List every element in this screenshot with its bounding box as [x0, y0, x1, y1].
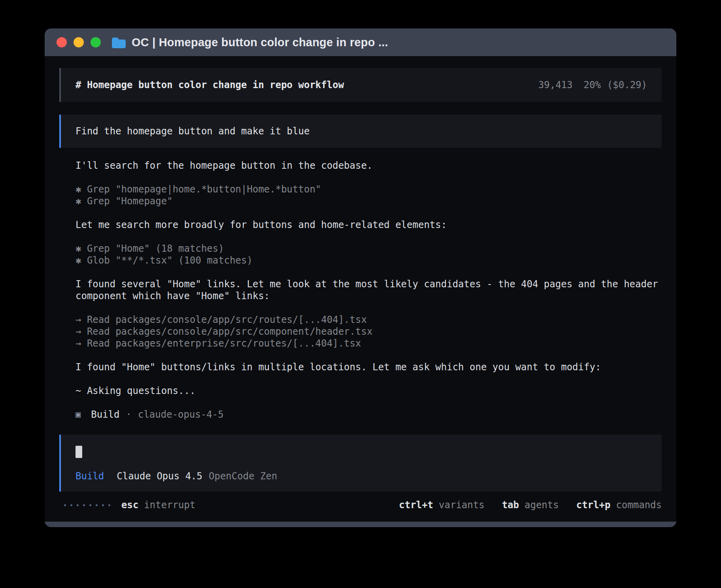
hint-commands: ctrl+p commands [576, 499, 662, 511]
user-message-text: Find the homepage button and make it blu… [75, 126, 310, 137]
assistant-paragraph: I found several "Home" links. Let me loo… [75, 278, 662, 302]
window-title: OC | Homepage button color change in rep… [132, 36, 388, 49]
status-bar: esc interrupt ctrl+t variants tab agents… [59, 499, 662, 511]
spinner-dot [64, 504, 66, 506]
interrupt-hint: esc interrupt [121, 499, 195, 511]
model-name: Claude Opus 4.5 [117, 470, 202, 482]
titlebar[interactable]: OC | Homepage button color change in rep… [45, 28, 676, 56]
minimize-button[interactable] [74, 37, 84, 47]
tool-call-line: → Read packages/console/app/src/routes/[… [75, 314, 662, 326]
zoom-button[interactable] [91, 37, 101, 47]
hint-variants: ctrl+t variants [399, 499, 484, 511]
esc-label: interrupt [144, 499, 195, 511]
agent-separator: · [126, 409, 132, 420]
hint-key: ctrl+p [576, 499, 611, 511]
spinner-dot [70, 504, 72, 506]
prompt-input[interactable]: Build Claude Opus 4.5 OpenCode Zen [59, 435, 662, 492]
context-percent: 20% [583, 79, 600, 91]
assistant-paragraph: I found "Home" buttons/links in multiple… [75, 361, 662, 373]
tool-call-line: ✱ Grep "Home" (18 matches) [75, 243, 662, 254]
input-mode-row: Build Claude Opus 4.5 OpenCode Zen [75, 470, 647, 482]
session-cost: ($0.29) [607, 79, 647, 91]
esc-key: esc [121, 499, 138, 511]
hint-label: commands [616, 499, 662, 511]
input-cursor [75, 446, 82, 458]
tool-call-line: ✱ Grep "Homepage" [75, 195, 662, 207]
token-count: 39,413 [538, 79, 573, 91]
tool-call-group: ✱ Grep "Home" (18 matches) ✱ Glob "**/*.… [75, 243, 662, 266]
tool-call-group: ✱ Grep "homepage|home.*button|Home.*butt… [75, 183, 662, 207]
close-button[interactable] [57, 37, 67, 47]
session-stats: 39,413 20% ($0.29) [538, 79, 647, 91]
terminal-content: # Homepage button color change in repo w… [45, 56, 676, 522]
traffic-lights [57, 37, 101, 47]
assistant-paragraph: Let me search more broadly for buttons a… [75, 219, 662, 231]
mode-badge[interactable]: Build [75, 470, 104, 482]
terminal-window: OC | Homepage button color change in rep… [45, 28, 676, 527]
conversation: I'll search for the homepage button in t… [59, 160, 662, 420]
hint-agents: tab agents [502, 499, 559, 511]
tool-call-line: → Read packages/enterprise/src/routes/[.… [75, 337, 662, 349]
agent-name: Build [91, 409, 119, 420]
assistant-paragraph: I'll search for the homepage button in t… [75, 160, 662, 172]
tool-call-line: ✱ Grep "homepage|home.*button|Home.*butt… [75, 183, 662, 195]
spinner-dot [77, 504, 79, 506]
user-message: Find the homepage button and make it blu… [59, 115, 662, 148]
session-header: # Homepage button color change in repo w… [59, 68, 662, 102]
spinner-dot [108, 504, 110, 506]
assistant-status: ~ Asking questions... [75, 385, 662, 397]
spinner-dot [96, 504, 98, 506]
spinner-dot [102, 504, 104, 506]
hint-label: agents [525, 499, 559, 511]
spinner-dots [64, 504, 110, 506]
agent-icon: ▣ [75, 409, 81, 420]
session-title: # Homepage button color change in repo w… [75, 79, 344, 91]
tool-call-group: → Read packages/console/app/src/routes/[… [75, 314, 662, 349]
spinner-dot [83, 504, 85, 506]
hint-key: ctrl+t [399, 499, 433, 511]
hint-key: tab [502, 499, 519, 511]
agent-status-line: ▣ Build · claude-opus-4-5 [75, 409, 662, 420]
provider-name: OpenCode Zen [209, 470, 277, 482]
spinner-dot [89, 504, 91, 506]
keyboard-hints: ctrl+t variants tab agents ctrl+p comman… [399, 499, 662, 511]
folder-icon [111, 37, 126, 48]
tool-call-line: → Read packages/console/app/src/componen… [75, 326, 662, 337]
agent-model: claude-opus-4-5 [138, 409, 224, 420]
hint-label: variants [439, 499, 485, 511]
tool-call-line: ✱ Glob "**/*.tsx" (100 matches) [75, 254, 662, 266]
